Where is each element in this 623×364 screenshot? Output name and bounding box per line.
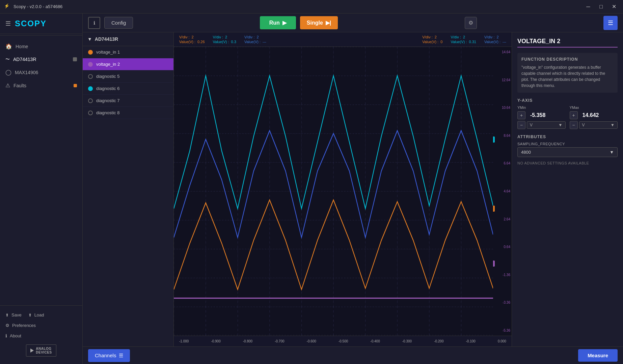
sidebar-nav: 🏠 Home 〜 AD74413R ◯ MAX14906 ⚠ Faults bbox=[0, 37, 82, 305]
stat-group-5: V/div : 2 Value(V) : 0.31 bbox=[451, 35, 476, 44]
io-icon: ◯ bbox=[5, 69, 11, 75]
save-label: Save bbox=[11, 312, 22, 317]
about-label: About bbox=[10, 333, 21, 338]
minimize-button[interactable]: ─ bbox=[583, 3, 593, 11]
x-label: -0.800 bbox=[243, 339, 252, 343]
sidebar-footer: ⬆ Save ⬆ Load ⚙ Preferences ℹ About ANAL… bbox=[0, 305, 82, 364]
channels-button[interactable]: Channels ☰ bbox=[88, 349, 130, 362]
ymin-value-row: + -5.358 bbox=[517, 111, 566, 120]
func-desc-title: FUNCTION DESCRIPTION bbox=[521, 57, 614, 62]
channel-diagnostic-6[interactable]: diagnostic 6 bbox=[83, 83, 173, 95]
channel-voltage-in-1[interactable]: voltage_in 1 bbox=[83, 46, 173, 58]
stat-label-blue: Value(V) : bbox=[244, 40, 261, 44]
channel-dot-empty-3 bbox=[88, 111, 93, 115]
ymin-control: YMin + -5.358 − V ▼ bbox=[517, 105, 566, 129]
warning-icon: ⚠ bbox=[5, 82, 10, 89]
save-load-item[interactable]: ⬆ Save ⬆ Load bbox=[0, 310, 82, 320]
sidebar-item-faults[interactable]: ⚠ Faults bbox=[0, 79, 82, 92]
right-panel: VOLTAGE_IN 2 FUNCTION DESCRIPTION "volta… bbox=[512, 32, 623, 346]
y-axis-labels: 14.64 12.64 10.64 8.64 6.64 4.64 2.64 0.… bbox=[493, 47, 510, 336]
attributes-section: ATTRIBUTES SAMPLING_FREQUENCY 4800 ▼ NO … bbox=[517, 134, 618, 165]
measure-button[interactable]: Measure bbox=[578, 349, 618, 362]
channel-diagnostic-8[interactable]: diagnostic 8 bbox=[83, 107, 173, 119]
load-icon: ⬆ bbox=[28, 313, 32, 317]
func-desc-text: "voltage_in" configuration generates a b… bbox=[521, 64, 614, 89]
plot-x-axis: -1.000 -0.900 -0.800 -0.700 -0.600 -0.50… bbox=[174, 336, 512, 346]
stat-label: V/div : bbox=[422, 35, 433, 39]
stats-spacer bbox=[274, 35, 414, 44]
device-name: AD74413R bbox=[95, 36, 118, 42]
single-button[interactable]: Single ▶| bbox=[300, 16, 338, 29]
ymin-minus-button[interactable]: − bbox=[517, 121, 525, 129]
y-label: 6.64 bbox=[493, 161, 510, 165]
ymax-label: YMax bbox=[570, 105, 618, 110]
sampling-freq-select[interactable]: 4800 ▼ bbox=[517, 147, 618, 157]
preferences-item[interactable]: ⚙ Preferences bbox=[0, 320, 82, 331]
close-button[interactable]: ✕ bbox=[609, 3, 619, 11]
app-container: ☰ SCOPY 🏠 Home 〜 AD74413R ◯ MAX14906 ⚠ F… bbox=[0, 13, 623, 364]
ymax-plus-button[interactable]: + bbox=[570, 111, 578, 119]
y-label: -1.36 bbox=[493, 273, 510, 277]
bottom-bar: Channels ☰ Measure bbox=[83, 346, 623, 364]
y-label: 2.64 bbox=[493, 217, 510, 221]
titlebar: ⚡ Scopy - v2.0.0 - a574686 ─ □ ✕ bbox=[0, 0, 623, 13]
y-label: 12.64 bbox=[493, 78, 510, 82]
analog-devices-logo: ANALOGDEVICES bbox=[0, 341, 82, 360]
ymax-unit-row: − V ▼ bbox=[570, 121, 618, 129]
y-label: 8.64 bbox=[493, 134, 510, 138]
stat-label-blue: V/div : bbox=[244, 35, 255, 39]
channel-title: VOLTAGE_IN 2 bbox=[517, 38, 618, 45]
channel-voltage-in-2[interactable]: voltage_in 2 bbox=[83, 58, 173, 70]
device-header[interactable]: ▼ AD74413R bbox=[83, 32, 173, 46]
analog-triangle-icon bbox=[30, 348, 34, 353]
stat-value-blue: --- bbox=[263, 40, 266, 44]
stat-value-blue: 2 bbox=[256, 35, 259, 39]
channel-label: diagnostic 8 bbox=[96, 110, 119, 115]
settings-button[interactable]: ⚙ bbox=[465, 17, 477, 29]
sampling-freq-dropdown-icon: ▼ bbox=[610, 150, 614, 155]
sampling-freq-value: 4800 bbox=[521, 150, 531, 155]
stat-label-blue: Value(V) : bbox=[484, 40, 500, 44]
x-axis-labels: -1.000 -0.900 -0.800 -0.700 -0.600 -0.50… bbox=[179, 339, 506, 343]
sidebar-item-label: Faults bbox=[13, 83, 26, 88]
ymax-value: 14.642 bbox=[580, 111, 602, 120]
maximize-button[interactable]: □ bbox=[596, 3, 606, 11]
channel-underline bbox=[517, 47, 618, 48]
channel-label: diagnostic 5 bbox=[96, 74, 119, 79]
window-controls: ─ □ ✕ bbox=[583, 3, 619, 11]
sidebar-item-max14906[interactable]: ◯ MAX14906 bbox=[0, 66, 82, 79]
stat-value-blue: --- bbox=[503, 40, 506, 44]
y-label: 14.64 bbox=[493, 50, 510, 54]
sidebar-item-home[interactable]: 🏠 Home bbox=[0, 40, 82, 53]
channel-diagnostic-5[interactable]: diagnostic 5 bbox=[83, 70, 173, 83]
ymax-unit-select[interactable]: V ▼ bbox=[579, 121, 618, 129]
stat-label-cyan: V/div : bbox=[451, 35, 461, 39]
channels-menu-icon: ☰ bbox=[119, 353, 123, 359]
ymin-plus-button[interactable]: + bbox=[517, 111, 525, 119]
stat-label: Value(V) : bbox=[422, 40, 438, 44]
stat-label-cyan: V/div : bbox=[213, 35, 223, 39]
run-play-icon: ▶ bbox=[282, 20, 287, 26]
sidebar-item-ad74413r[interactable]: 〜 AD74413R bbox=[0, 53, 82, 66]
x-label: -0.700 bbox=[275, 339, 284, 343]
sampling-freq-row: SAMPLING_FREQUENCY 4800 ▼ bbox=[517, 142, 618, 157]
stat-group-6: V/div : 2 Value(V) : --- bbox=[484, 35, 506, 44]
config-button[interactable]: Config bbox=[104, 17, 133, 29]
ymin-unit-select[interactable]: V ▼ bbox=[527, 121, 566, 129]
y-axis-title: Y-AXIS bbox=[517, 98, 618, 103]
info-button[interactable]: ℹ bbox=[88, 17, 100, 29]
plot-canvas[interactable]: 1.2 ksamples at 1.2 ksps 0.1/div 14.64 1… bbox=[174, 47, 512, 336]
menu-button[interactable]: ☰ bbox=[603, 16, 618, 30]
channel-diagnostic-7[interactable]: diagnostic 7 bbox=[83, 95, 173, 107]
channel-label: diagnostic 6 bbox=[96, 86, 119, 91]
channel-dot-empty-2 bbox=[88, 98, 93, 103]
run-button[interactable]: Run ▶ bbox=[260, 16, 296, 29]
preferences-label: Preferences bbox=[12, 323, 36, 328]
sidebar-header: ☰ SCOPY bbox=[0, 13, 82, 34]
about-item[interactable]: ℹ About bbox=[0, 331, 82, 341]
ymax-minus-button[interactable]: − bbox=[570, 121, 578, 129]
channel-label: voltage_in 2 bbox=[96, 62, 120, 67]
y-label: 4.64 bbox=[493, 189, 510, 193]
hamburger-icon[interactable]: ☰ bbox=[5, 20, 11, 27]
home-icon: 🏠 bbox=[5, 43, 12, 50]
